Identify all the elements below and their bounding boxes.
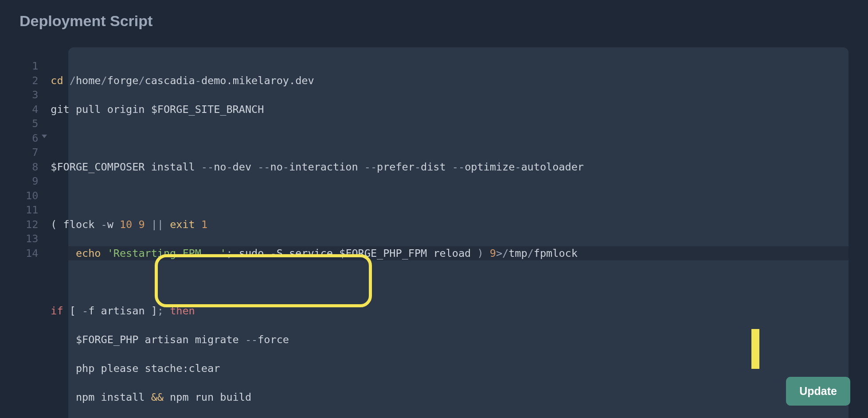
update-button[interactable]: Update: [786, 377, 850, 406]
code-editor[interactable]: 1 2 3 4 5 6 7 8 9 10 11 12 13 14 cd /hom…: [68, 47, 848, 418]
code-content[interactable]: cd /home/forge/cascadia-demo.mikelaroy.d…: [51, 59, 584, 418]
section-title: Deployment Script: [20, 12, 848, 30]
fold-icon[interactable]: [42, 135, 47, 138]
line-number-gutter: 1 2 3 4 5 6 7 8 9 10 11 12 13 14: [20, 59, 51, 418]
